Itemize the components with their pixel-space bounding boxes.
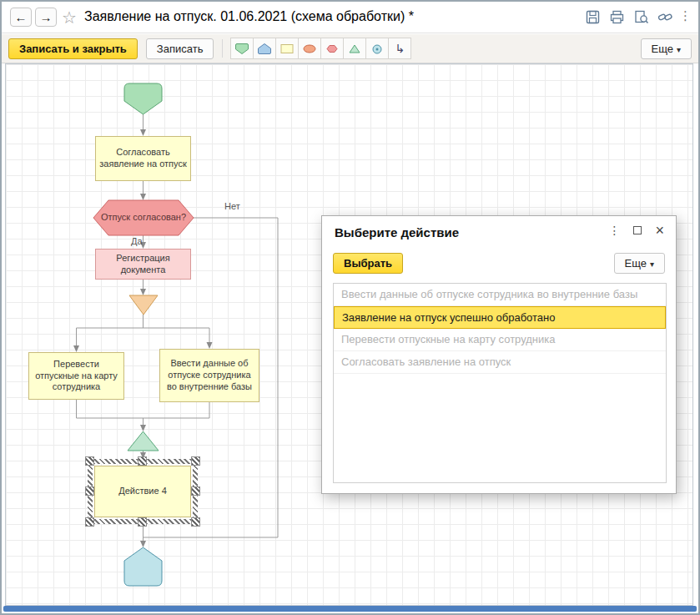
form-toolbar: Записать и закрыть Записать [2, 34, 698, 63]
data-shape-tool[interactable] [365, 38, 389, 59]
dialog-title: Выберите действие [335, 225, 459, 239]
register-action-node[interactable]: Регистрация документа [95, 249, 191, 280]
save-icon[interactable] [585, 9, 601, 25]
dialog-maximize-icon[interactable] [633, 226, 642, 234]
save-and-close-button[interactable]: Записать и закрыть [8, 38, 138, 59]
forward-button[interactable]: → [35, 8, 57, 27]
resize-handle[interactable] [191, 517, 200, 527]
merge-connector-node[interactable] [128, 431, 159, 451]
resize-handle[interactable] [85, 486, 94, 496]
chevron-down-icon: ▾ [677, 45, 681, 54]
page-title: Заявление на отпуск. 01.06.2021 (схема о… [84, 9, 414, 24]
dialog-close-icon[interactable]: × [655, 224, 664, 236]
branch-label-no: Нет [224, 201, 240, 211]
end-shape-tool[interactable] [253, 38, 276, 59]
dialog-select-button[interactable]: Выбрать [333, 253, 403, 274]
link-icon[interactable] [657, 9, 673, 25]
resize-handle[interactable] [138, 456, 147, 466]
merge-shape-tool[interactable] [343, 38, 366, 59]
toolbar-more-button[interactable]: Еще▾ [641, 38, 692, 59]
resize-handle[interactable] [85, 517, 94, 527]
decision-shape-tool[interactable] [320, 38, 344, 59]
end-node[interactable] [124, 547, 162, 586]
favorite-star-icon[interactable]: ☆ [62, 8, 77, 28]
resize-handle[interactable] [85, 456, 94, 466]
horizontal-scrollbar[interactable] [3, 606, 697, 612]
save-button[interactable]: Записать [146, 38, 214, 59]
print-icon[interactable] [609, 9, 625, 25]
selection-frame[interactable]: Действие 4 [88, 459, 198, 524]
list-item-selected[interactable]: Заявление на отпуск успешно обработано [334, 306, 666, 329]
resize-handle[interactable] [191, 486, 200, 496]
resize-handle[interactable] [191, 456, 200, 466]
app-window: ← → ☆ Заявление на отпуск. 01.06.2021 (с… [0, 0, 700, 615]
connector-tool[interactable]: ↳ [388, 38, 411, 59]
dialog-more-button[interactable]: Еще▾ [614, 253, 665, 274]
list-item[interactable]: Ввести данные об отпуске сотрудника во в… [334, 284, 666, 306]
titlebar: ← → ☆ Заявление на отпуск. 01.06.2021 (с… [2, 2, 698, 33]
resize-handle[interactable] [138, 517, 147, 527]
panel-options-kebab-icon[interactable]: ⋮ [679, 8, 692, 23]
branch-label-yes: Да [131, 236, 143, 246]
action-shape-tool[interactable] [275, 38, 299, 59]
start-node[interactable] [124, 83, 162, 114]
split-connector-node[interactable] [129, 295, 158, 315]
preview-search-icon[interactable] [633, 9, 649, 25]
toolbar-separator [222, 39, 223, 58]
decision-node[interactable] [93, 200, 194, 235]
chevron-down-icon: ▾ [650, 260, 654, 269]
list-item[interactable]: Согласовать заявление на отпуск [334, 351, 666, 374]
dialog-kebab-icon[interactable]: ⋮ [608, 224, 620, 237]
transfer-action-node[interactable]: Перевести отпускные на карту сотрудника [28, 352, 124, 400]
enter-data-action-node[interactable]: Ввести данные об отпуске сотрудника во в… [159, 349, 259, 402]
approve-action-node[interactable]: Согласовать заявление на отпуск [95, 136, 191, 181]
action4-node[interactable]: Действие 4 [94, 466, 191, 517]
list-item[interactable]: Перевести отпускные на карту сотрудника [334, 329, 666, 351]
back-button[interactable]: ← [10, 8, 32, 27]
condition-shape-tool[interactable] [298, 38, 321, 59]
choose-action-dialog: Выберите действие ⋮ × Выбрать Еще▾ Ввест… [321, 215, 677, 494]
action-list: Ввести данные об отпуске сотрудника во в… [333, 283, 667, 483]
shape-palette: ↳ [231, 38, 411, 59]
start-shape-tool[interactable] [230, 38, 254, 59]
